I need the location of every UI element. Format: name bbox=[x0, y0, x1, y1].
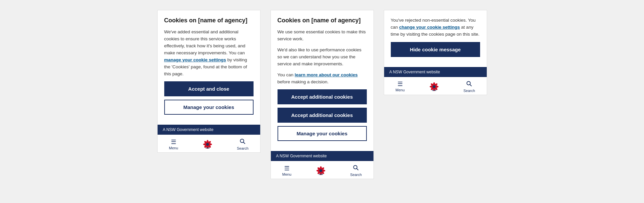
card-2-para2: We'd also like to use performance cookie… bbox=[278, 47, 367, 68]
manage-cookies-button-2[interactable]: Manage your cookies bbox=[278, 126, 367, 141]
card-3-nav-search[interactable]: Search bbox=[463, 81, 475, 93]
card-3-nav-menu[interactable]: ☰ Menu bbox=[395, 81, 405, 92]
card-1-menu-label: Menu bbox=[169, 146, 178, 150]
learn-more-cookies-link[interactable]: learn more about our cookies bbox=[295, 72, 358, 77]
card-3-nav: ☰ Menu NSW GOVERNMENT bbox=[384, 77, 487, 95]
card-2-para3: You can learn more about our cookies bef… bbox=[278, 72, 367, 86]
svg-point-11 bbox=[241, 139, 244, 143]
card-3: You've rejected non-essential cookies. Y… bbox=[384, 10, 487, 95]
card-1: Cookies on [name of agency] We've added … bbox=[157, 10, 261, 153]
card-1-footer-text: A NSW Government website bbox=[163, 127, 214, 132]
svg-text:NSW: NSW bbox=[432, 89, 436, 91]
card-1-search-label: Search bbox=[237, 146, 249, 150]
card-2-nav-search[interactable]: Search bbox=[350, 165, 362, 177]
card-2-body: Cookies on [name of agency] We use some … bbox=[271, 10, 373, 151]
card-1-footer: A NSW Government website bbox=[158, 125, 260, 135]
search-icon-1 bbox=[240, 138, 246, 145]
accept-additional-cookies-button-2[interactable]: Accept additional cookies bbox=[278, 108, 367, 123]
svg-point-21 bbox=[320, 169, 322, 172]
svg-point-24 bbox=[354, 166, 357, 169]
svg-point-8 bbox=[206, 143, 209, 146]
card-2-title: Cookies on [name of agency] bbox=[278, 17, 367, 24]
change-cookie-settings-link[interactable]: change your cookie settings bbox=[399, 25, 460, 30]
card-1-title: Cookies on [name of agency] bbox=[164, 17, 254, 24]
manage-cookies-button-1[interactable]: Manage your cookies bbox=[164, 100, 254, 115]
card-2-nsw-logo[interactable]: NSW GOVERNMENT bbox=[315, 166, 327, 176]
manage-cookie-settings-link[interactable]: manage your cookie settings bbox=[164, 57, 226, 62]
svg-text:NSW: NSW bbox=[319, 174, 323, 176]
svg-text:NSW: NSW bbox=[206, 147, 210, 149]
card-2-nav: ☰ Menu NSW GOVERNMENT bbox=[271, 161, 373, 179]
card-1-nav: ☰ Menu NSW GOVERNMENT bbox=[158, 135, 260, 152]
card-2-menu-label: Menu bbox=[282, 172, 292, 176]
svg-point-34 bbox=[433, 85, 436, 88]
card-2-search-label: Search bbox=[350, 173, 362, 177]
card-1-nav-search[interactable]: Search bbox=[237, 138, 249, 150]
card-2: Cookies on [name of agency] We use some … bbox=[271, 10, 374, 179]
card-2-nav-menu[interactable]: ☰ Menu bbox=[282, 165, 292, 176]
card-3-footer: A NSW Government website bbox=[384, 67, 487, 77]
svg-point-37 bbox=[467, 81, 471, 85]
card-1-text: We've added essential and additional coo… bbox=[164, 29, 254, 77]
card-2-footer: A NSW Government website bbox=[271, 151, 373, 161]
card-3-menu-label: Menu bbox=[395, 88, 405, 92]
card-3-nsw-logo[interactable]: NSW GOVERNMENT bbox=[428, 82, 440, 92]
card-2-para1: We use some essential cookies to make th… bbox=[278, 29, 367, 43]
card-3-footer-text: A NSW Government website bbox=[389, 70, 440, 74]
accept-additional-cookies-button-1[interactable]: Accept additional cookies bbox=[278, 89, 367, 104]
accept-and-close-button[interactable]: Accept and close bbox=[164, 81, 254, 96]
svg-line-38 bbox=[470, 84, 472, 86]
card-2-footer-text: A NSW Government website bbox=[276, 154, 327, 158]
menu-icon-2: ☰ bbox=[284, 165, 290, 171]
hide-cookie-message-button[interactable]: Hide cookie message bbox=[391, 42, 480, 57]
card-1-body: Cookies on [name of agency] We've added … bbox=[158, 10, 260, 125]
search-icon-3 bbox=[466, 81, 472, 88]
menu-icon-3: ☰ bbox=[397, 81, 403, 87]
card-1-nav-menu[interactable]: ☰ Menu bbox=[169, 139, 178, 150]
card-1-body-text: We've added essential and additional coo… bbox=[164, 29, 246, 55]
card-1-nsw-logo[interactable]: NSW GOVERNMENT bbox=[201, 139, 214, 149]
card-3-body: You've rejected non-essential cookies. Y… bbox=[384, 10, 487, 67]
svg-line-25 bbox=[357, 169, 358, 170]
card-3-text: You've rejected non-essential cookies. Y… bbox=[391, 17, 480, 38]
card-2-para3-after: before making a decision. bbox=[278, 79, 329, 84]
menu-icon: ☰ bbox=[171, 139, 176, 145]
card-3-search-label: Search bbox=[463, 89, 475, 93]
card-2-para3-before: You can bbox=[278, 72, 294, 77]
svg-line-12 bbox=[244, 142, 245, 144]
search-icon-2 bbox=[353, 165, 359, 172]
